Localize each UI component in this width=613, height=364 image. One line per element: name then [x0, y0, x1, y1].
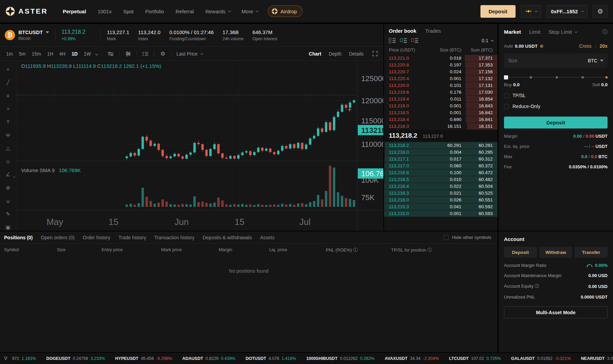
size-unit-select[interactable]: BTC — [588, 58, 603, 63]
bottom-ticker-partial[interactable]: 9721.163% — [12, 356, 36, 361]
tab-details[interactable]: Details — [349, 51, 364, 57]
nav-item-perpetual[interactable]: Perpetual — [63, 9, 86, 14]
bottom-ticker-galausdt[interactable]: GALAUSDT0.01552-0.321% — [511, 356, 571, 361]
emoji-icon[interactable]: ☺ — [4, 158, 13, 165]
magnet-icon[interactable]: ∪ — [4, 198, 13, 204]
ask-row[interactable]: 113,220.80.19717.353 — [384, 61, 497, 68]
pos-tab-assets[interactable]: Assets — [260, 235, 274, 240]
bid-row[interactable]: 113,216.50.01060.482 — [384, 176, 497, 183]
lock-icon[interactable]: ▣ — [4, 224, 13, 231]
panel-deposit-button[interactable]: Deposit — [504, 117, 608, 128]
pos-tab-order-history[interactable]: Order history — [83, 235, 110, 240]
pattern-icon[interactable]: Ψ — [4, 132, 13, 138]
book-view-asks-icon[interactable] — [411, 38, 418, 43]
nav-item-rewards[interactable]: Rewards — [205, 9, 230, 14]
indicators-icon[interactable] — [107, 51, 114, 56]
bottom-ticker-dotusdt[interactable]: DOTUSDT4.0761.418% — [246, 356, 296, 361]
chart-canvas[interactable]: 125000120000115000110000100K75K113218.21… — [16, 61, 383, 231]
parallel-lines-icon[interactable]: ≡ — [4, 92, 13, 99]
bid-row[interactable]: 113,217.00.06060.372 — [384, 162, 497, 169]
bottom-ticker-hypeusdt[interactable]: HYPEUSDT45.456-5.298% — [115, 356, 172, 361]
size-slider[interactable] — [504, 75, 608, 79]
pos-tab-transaction-history[interactable]: Transaction history — [154, 235, 195, 240]
candle-style-icon[interactable] — [124, 51, 132, 57]
tab-stop-limit[interactable]: Stop Limit — [549, 29, 577, 35]
hide-symbols-checkbox[interactable] — [444, 235, 449, 240]
nav-item-spot[interactable]: Spot — [123, 9, 134, 14]
margin-mode-button[interactable]: Cross — [579, 43, 592, 49]
airdrop-button[interactable]: Airdrop — [268, 5, 303, 17]
timeframe-5m[interactable]: 5m — [19, 51, 25, 57]
tab-limit[interactable]: Limit — [529, 29, 540, 35]
account-transfer-button[interactable]: Transfer — [574, 247, 608, 258]
ask-row[interactable]: 113,220.70.02417.156 — [384, 68, 497, 75]
nav-item-referral[interactable]: Referral — [175, 9, 194, 14]
ask-row[interactable]: 113,220.00.10117.131 — [384, 82, 497, 89]
timeframe-more[interactable] — [95, 51, 97, 57]
book-view-both-icon[interactable] — [389, 38, 396, 43]
ruler-icon[interactable]: ∠ — [4, 171, 13, 178]
pencil-icon[interactable]: ✎ — [4, 211, 13, 218]
pos-tab-positions-0-[interactable]: Positions (0) — [4, 235, 33, 240]
timeframe-1m[interactable]: 1m — [6, 51, 13, 57]
ask-row[interactable]: 113,219.60.17617.030 — [384, 89, 497, 95]
bottom-ticker-avaxusdt[interactable]: AVAXUSDT34.34-2.304% — [385, 356, 439, 361]
bottom-ticker-adausdt[interactable]: ADAUSDT0.82290.439% — [182, 356, 235, 361]
slider-handle[interactable] — [504, 75, 508, 79]
bottom-ticker-1000shibusdt[interactable]: 1000SHIBUSDT0.0122620.262% — [306, 356, 374, 361]
pos-tab-trade-history[interactable]: Trade history — [119, 235, 146, 240]
tick-size-select[interactable]: 0.1 — [482, 38, 493, 43]
crosshair-icon[interactable]: + — [4, 66, 13, 73]
ticker-filter-icon[interactable]: ∇ — [4, 356, 7, 361]
timeframe-4h[interactable]: 4H — [59, 51, 65, 57]
zoom-in-icon[interactable]: ⊕ — [4, 184, 13, 191]
tab-chart[interactable]: Chart — [309, 51, 321, 57]
ask-row[interactable]: 113,218.316.15116.151 — [384, 123, 497, 130]
nav-item-1001x[interactable]: 1001x — [98, 9, 112, 14]
size-input[interactable]: Size BTC — [504, 54, 608, 68]
tab-depth[interactable]: Depth — [329, 51, 341, 57]
info-icon[interactable]: ⓘ — [602, 29, 608, 35]
collapse-toolbar-arrow[interactable]: ‹ — [14, 174, 15, 179]
tab-order-book[interactable]: Order book — [389, 28, 416, 34]
pos-tab-deposits-withdrawals[interactable]: Deposits & withdrawals — [203, 235, 252, 240]
checklist-icon[interactable] — [142, 51, 149, 56]
bid-row[interactable]: 113,217.10.01760.312 — [384, 155, 497, 162]
mid-price-row[interactable]: 113,218.2 113,227.0 — [384, 130, 497, 141]
chart-settings-icon[interactable]: ⚙ — [159, 50, 167, 57]
tab-market[interactable]: Market — [504, 29, 521, 35]
bid-row[interactable]: 113,215.30.04160.592 — [384, 203, 497, 210]
text-tool-icon[interactable]: T — [4, 119, 13, 125]
triangle-icon[interactable]: △ — [4, 145, 13, 152]
bid-row[interactable]: 113,216.00.02660.551 — [384, 196, 497, 203]
timeframe-1w[interactable]: 1W — [84, 51, 91, 57]
book-view-bids-icon[interactable] — [400, 38, 407, 43]
ask-row[interactable]: 113,221.00.01817.371 — [384, 55, 497, 61]
multi-asset-mode-button[interactable]: Multi-Asset Mode — [504, 306, 608, 318]
symbol-selector[interactable]: BTCUSDT — [18, 29, 49, 35]
nav-item-portfolio[interactable]: Portfolio — [145, 9, 164, 14]
account-deposit-button[interactable]: Deposit — [504, 247, 537, 258]
bottom-ticker-ltcusdt[interactable]: LTCUSDT107.020.725% — [449, 356, 501, 361]
chain-selector[interactable] — [521, 5, 541, 18]
fullscreen-icon[interactable] — [371, 51, 379, 56]
ask-row[interactable]: 113,218.40.69016.841 — [384, 116, 497, 123]
bottom-ticker-dogeusdt[interactable]: DOGEUSDT0.247563.233% — [46, 356, 105, 361]
timeframe-1d[interactable]: 1D — [72, 51, 78, 57]
bid-row[interactable]: 113,216.30.02160.525 — [384, 189, 497, 196]
add-funds-icon[interactable]: ⊕ — [540, 43, 544, 49]
bid-row[interactable]: 113,218.00.00460.295 — [384, 149, 497, 155]
account-withdraw-button[interactable]: Withdraw — [539, 247, 572, 258]
price-mode-select[interactable]: Last Price — [177, 51, 202, 57]
tpsl-checkbox[interactable] — [504, 93, 509, 98]
reduce-only-checkbox[interactable] — [504, 104, 509, 109]
leverage-button[interactable]: 20x — [600, 43, 608, 49]
nav-item-more[interactable]: More — [242, 9, 258, 14]
bid-row[interactable]: 113,218.260.29160.291 — [384, 142, 497, 149]
brush-icon[interactable]: ≈ — [4, 105, 13, 112]
ask-row[interactable]: 113,219.40.01116.854 — [384, 95, 497, 102]
pos-tab-open-orders-0-[interactable]: Open orders (0) — [41, 235, 75, 240]
settings-button[interactable]: ⚙ — [593, 5, 608, 18]
bid-row[interactable]: 113,216.80.10060.472 — [384, 169, 497, 176]
trendline-icon[interactable]: ╱ — [4, 79, 13, 86]
